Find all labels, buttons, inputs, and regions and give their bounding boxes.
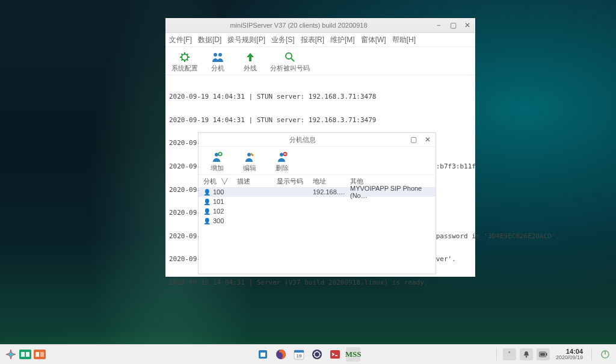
table-row[interactable]: 👤300 xyxy=(199,216,436,226)
main-toolbar: 系统配置 分机 外线 分析被叫号码 xyxy=(165,47,475,75)
user-add-icon xyxy=(211,150,223,164)
col-ext[interactable]: 分机 xyxy=(203,177,217,186)
cell-ext: 102 xyxy=(213,208,224,215)
minimize-button[interactable]: − xyxy=(434,21,443,29)
cell-ext: 100 xyxy=(213,188,224,196)
virtual-desktop-2[interactable] xyxy=(32,347,47,362)
magnifier-icon xyxy=(284,51,296,64)
svg-point-27 xyxy=(526,356,528,358)
tray-notifications[interactable] xyxy=(520,348,533,360)
close-button[interactable]: ✕ xyxy=(463,21,472,29)
menubar: 文件[F] 数据[D] 拨号规则[P] 业务[S] 报表[R] 维护[M] 窗体… xyxy=(165,33,475,47)
menu-maintain[interactable]: 维护[M] xyxy=(330,35,355,45)
menu-report[interactable]: 报表[R] xyxy=(301,35,324,45)
menu-help[interactable]: 帮助[H] xyxy=(392,35,416,45)
separator xyxy=(591,348,592,360)
cell-ext: 101 xyxy=(213,198,224,205)
dialog-toolbar: 增加 编辑 删除 xyxy=(199,147,436,175)
cell-other: MYVOIPAPP SIP Phone (No… xyxy=(350,185,431,199)
svg-rect-16 xyxy=(35,352,39,357)
taskbar-app-terminal[interactable] xyxy=(328,347,342,362)
toolbar-extensions[interactable]: 分机 xyxy=(202,51,234,73)
tray-up-button[interactable]: ˄ xyxy=(503,348,516,360)
svg-rect-14 xyxy=(26,352,29,357)
tray-session[interactable] xyxy=(598,347,612,362)
cell-ext: 300 xyxy=(213,217,224,224)
table-body: 👤100 192.168.… MYVOIPAPP SIP Phone (No… … xyxy=(199,187,436,226)
toolbar-label: 分析被叫号码 xyxy=(270,64,310,73)
clock-date: 2020/09/19 xyxy=(556,355,583,360)
svg-rect-17 xyxy=(40,352,44,357)
tray-battery[interactable] xyxy=(537,348,550,360)
dialog-close-button[interactable]: ✕ xyxy=(424,135,432,144)
menu-service[interactable]: 业务[S] xyxy=(271,35,295,45)
col-disp[interactable]: 显示号码 xyxy=(277,177,313,186)
main-titlebar: miniSIPServer V37 (20 clients) build 202… xyxy=(165,18,475,33)
launcher-button[interactable] xyxy=(4,347,18,362)
user-delete-icon xyxy=(276,150,288,164)
svg-text:19: 19 xyxy=(297,353,302,359)
col-addr[interactable]: 地址 xyxy=(313,177,350,186)
edit-button[interactable]: 编辑 xyxy=(233,150,266,173)
users-icon xyxy=(211,51,224,64)
dialog-title: 分机信息 xyxy=(202,135,403,144)
toolbar-label: 系统配置 xyxy=(171,64,198,73)
arrow-icon xyxy=(244,51,256,64)
toolbar-label: 外线 xyxy=(244,64,257,73)
gear-icon xyxy=(179,51,191,64)
col-desc[interactable]: 描述 xyxy=(237,177,277,186)
toolbar-system-config[interactable]: 系统配置 xyxy=(168,51,202,73)
mss-icon: MSS xyxy=(345,350,362,359)
svg-rect-13 xyxy=(21,352,25,357)
person-icon: 👤 xyxy=(203,218,211,224)
virtual-desktop-1[interactable] xyxy=(18,347,32,362)
toolbar-trunk[interactable]: 外线 xyxy=(234,51,266,73)
person-icon: 👤 xyxy=(203,208,211,215)
maximize-button[interactable]: ▢ xyxy=(449,21,457,29)
svg-line-4 xyxy=(291,58,294,61)
delete-button[interactable]: 删除 xyxy=(266,150,298,173)
main-title: miniSIPServer V37 (20 clients) build 202… xyxy=(169,22,428,29)
log-line: 2020-09-19 14:04:31 | STUN server: 192.1… xyxy=(169,117,472,125)
taskbar-app-files[interactable] xyxy=(256,347,270,362)
svg-point-7 xyxy=(247,153,251,156)
toolbar-analyze[interactable]: 分析被叫号码 xyxy=(266,51,313,73)
taskbar-clock[interactable]: 14:04 2020/09/19 xyxy=(556,348,583,361)
svg-point-3 xyxy=(286,53,292,59)
separator xyxy=(496,348,497,360)
svg-rect-19 xyxy=(260,353,265,357)
extensions-dialog: 分机信息 ▢ ✕ 增加 编辑 删除 分机╲╱ 描述 显示号码 地址 其他 xyxy=(199,133,436,274)
sort-indicator-icon: ╲╱ xyxy=(221,178,227,184)
taskbar-app-calendar[interactable]: 19 xyxy=(292,347,306,362)
taskbar-app-mss[interactable]: MSS xyxy=(346,347,360,362)
toolbar-label: 分机 xyxy=(211,64,224,73)
dialog-titlebar: 分机信息 ▢ ✕ xyxy=(199,133,436,147)
table-row[interactable]: 👤100 192.168.… MYVOIPAPP SIP Phone (No… xyxy=(199,187,436,197)
menu-window[interactable]: 窗体[W] xyxy=(361,35,386,45)
button-label: 删除 xyxy=(276,164,289,173)
menu-data[interactable]: 数据[D] xyxy=(198,35,221,45)
svg-point-2 xyxy=(218,53,222,57)
svg-point-5 xyxy=(215,153,218,156)
taskbar-app-firefox[interactable] xyxy=(274,347,288,362)
menu-dialplan[interactable]: 拨号规则[P] xyxy=(227,35,265,45)
user-edit-icon xyxy=(244,150,256,164)
taskbar-app-settings[interactable] xyxy=(310,347,324,362)
taskbar: 19 MSS ˄ 14:04 2020/09/19 xyxy=(0,344,616,364)
add-button[interactable]: 增加 xyxy=(201,150,233,173)
button-label: 编辑 xyxy=(243,164,256,173)
svg-point-1 xyxy=(214,53,217,57)
log-line: 2020-09-19 14:04:31 | Server (V37 build … xyxy=(169,279,472,287)
button-label: 增加 xyxy=(211,164,224,173)
menu-file[interactable]: 文件[F] xyxy=(169,35,192,45)
log-line: 2020-09-19 14:04:31 | STUN server: 192.1… xyxy=(169,93,472,101)
svg-rect-22 xyxy=(294,350,304,353)
svg-rect-26 xyxy=(330,350,340,359)
svg-rect-30 xyxy=(540,353,545,356)
table-row[interactable]: 👤102 xyxy=(199,206,436,216)
dialog-maximize-button[interactable]: ▢ xyxy=(409,135,417,144)
svg-point-8 xyxy=(280,153,283,156)
person-icon: 👤 xyxy=(203,189,211,196)
svg-marker-10 xyxy=(6,350,16,359)
svg-rect-29 xyxy=(546,353,547,356)
